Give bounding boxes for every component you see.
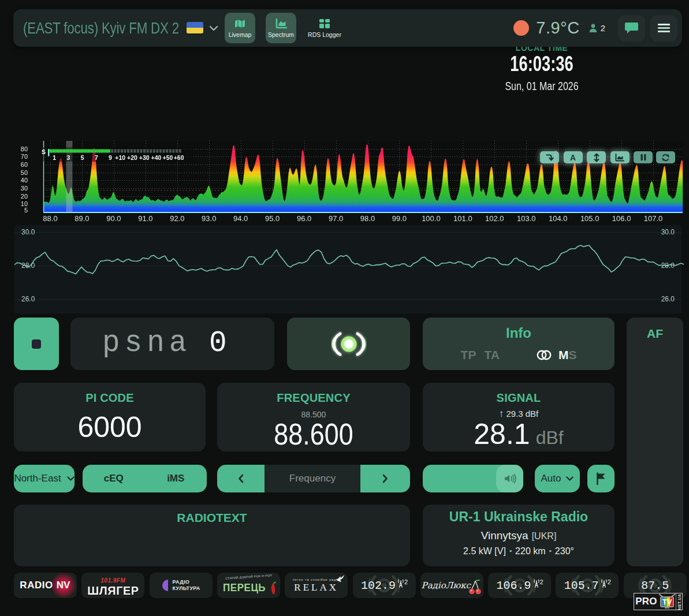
letter-a-icon: A	[570, 154, 576, 162]
station-tile-shlyager[interactable]: 101.9FMШЛЯГЕР	[81, 573, 144, 598]
station-info-panel: UR-1 Ukrainske Radio Vinnytsya[UKR] 2.5 …	[423, 505, 614, 566]
transmitter-count-icon	[600, 579, 608, 588]
tuner-selector[interactable]: (EAST focus) Kyiv FM DX 2	[13, 9, 234, 47]
kultura-line2: КУЛЬТУРА	[173, 585, 200, 591]
weather-widget[interactable]: 7.9°C	[513, 18, 579, 38]
transmitter-count: 2	[404, 578, 408, 585]
station-location: Vinnytsya[UKR]	[423, 529, 614, 542]
signal-history-canvas	[0, 223, 689, 315]
station-tile-frequency: 87.5	[641, 579, 669, 592]
station-tile-radio-nv[interactable]: RADIONV	[14, 573, 77, 598]
graph-style-button[interactable]	[610, 151, 630, 163]
station-tile-106.9[interactable]: 106.92	[488, 573, 551, 598]
user-icon	[589, 23, 599, 33]
nav-livemap-button[interactable]: Livemap	[225, 13, 255, 43]
antenna-select[interactable]: North-East	[14, 465, 75, 492]
station-details: 2.5 kW [V]▪220 km▪230°	[423, 546, 614, 557]
protv-tv-icon: TV	[658, 593, 676, 610]
bullet-separator: ▪	[509, 547, 512, 555]
ms-music-flag: M	[558, 348, 569, 362]
station-tile-relax[interactable]: легке та спокійне радіоRELAX	[285, 573, 348, 598]
signal-unit: dBf	[536, 427, 564, 448]
speaker-icon	[504, 473, 516, 484]
pause-button[interactable]	[634, 151, 653, 163]
flag-icon	[595, 472, 607, 485]
rds-flags-row: TP TA MS	[423, 348, 614, 363]
auto-range-button[interactable]: A	[564, 151, 583, 163]
protv-net-text: NET.UA	[676, 593, 682, 610]
tune-up-button[interactable]	[360, 465, 410, 492]
signal-label: SIGNAL	[423, 391, 614, 405]
bird-icon	[336, 574, 345, 583]
shlyager-fm-text: 101.9FM	[100, 577, 125, 584]
nav-rds-logger-label: RDS Logger	[308, 31, 341, 38]
menu-button[interactable]	[650, 15, 677, 42]
sync-icon	[661, 154, 670, 162]
report-flag-button[interactable]	[587, 465, 614, 492]
scroll-to-peak-button[interactable]	[540, 151, 559, 163]
chart-area-icon	[275, 18, 287, 29]
stop-icon	[32, 339, 41, 349]
hamburger-menu-icon	[657, 23, 671, 33]
transmitter-count-icon	[397, 579, 405, 588]
flag-stripes	[187, 22, 203, 33]
chevron-right-icon	[382, 474, 388, 483]
kultura-text: РАДІОКУЛЬТУРА	[173, 579, 200, 592]
perets-text: ПЕРЕЦЬ	[223, 582, 266, 593]
station-distance: 220 km	[515, 546, 545, 556]
ceq-toggle[interactable]: cEQ	[83, 473, 145, 484]
nv-nv-text: NV	[55, 579, 72, 592]
frequency-input-placeholder: Frequency	[289, 473, 336, 484]
station-tile-lux[interactable]: РадіоЛюкс	[420, 573, 483, 598]
station-tile-kultura[interactable]: РАДІОКУЛЬТУРА	[150, 573, 213, 598]
cherries-icon	[468, 579, 482, 596]
signal-main: 28.1dBf	[423, 417, 614, 451]
chart-area-icon	[615, 154, 624, 162]
nav-spectrum-label: Spectrum	[268, 31, 294, 38]
protv-station-logo: PRO TV NET.UA	[634, 593, 683, 610]
rescan-button[interactable]	[656, 151, 675, 163]
chat-button[interactable]	[618, 15, 645, 42]
transmitter-count-icon	[532, 579, 541, 588]
volume-slider-thumb[interactable]	[496, 465, 523, 492]
chevron-down-icon	[67, 476, 75, 481]
bandwidth-select[interactable]: Auto	[535, 465, 580, 492]
chevron-down-icon	[566, 476, 573, 481]
play-stop-button[interactable]	[14, 318, 59, 370]
vertical-fit-button[interactable]	[587, 151, 606, 163]
pi-code-panel: PI CODE 6000	[14, 383, 206, 451]
broadcast-indicator-panel	[287, 318, 410, 370]
station-power: 2.5 kW [V]	[463, 546, 506, 556]
protv-net-label: NET.UA	[677, 593, 681, 610]
frequency-panel[interactable]: FREQUENCY 88.500 88.600	[217, 383, 410, 451]
radio-nv-logo: RADIONV	[20, 579, 70, 592]
ukraine-flag-icon	[187, 22, 203, 33]
spectrum-graph-canvas[interactable]	[0, 141, 689, 225]
nav-rds-logger-button[interactable]: RDS Logger	[307, 13, 342, 43]
tune-down-button[interactable]	[217, 465, 265, 492]
radiotext-panel: RADIOTEXT	[14, 505, 410, 566]
af-list-label: AF	[627, 327, 683, 341]
frequency-input[interactable]: Frequency	[265, 465, 360, 492]
chevron-left-icon	[238, 474, 244, 483]
info-panel-title: Info	[423, 325, 614, 341]
fmdx-webserver-app: A (EAST focus) Kyiv FM DX 2 Livemap	[0, 0, 689, 616]
nav-spectrum-button[interactable]: Spectrum	[266, 13, 296, 43]
protv-pro-text: PRO	[634, 593, 658, 610]
kultura-icon	[162, 580, 169, 591]
station-tile-frequency: 105.7	[564, 579, 599, 592]
ims-toggle[interactable]: iMS	[145, 473, 207, 484]
station-city: Vinnytsya	[481, 529, 528, 542]
nav-livemap-label: Livemap	[229, 31, 252, 38]
volume-slider[interactable]	[423, 465, 523, 492]
level-down-icon	[545, 153, 554, 162]
station-tile-perets[interactable]: СТАРИЙ ДОБРИЙ РОК-Н-РОЛПЕРЕЦЬ	[217, 573, 280, 598]
station-tile-105.7[interactable]: 105.72	[556, 573, 619, 598]
radio-relax-logo: легке та спокійне радіоRELAX	[293, 578, 340, 593]
station-tile-102.9[interactable]: 102.92	[353, 573, 416, 598]
ps-name-panel: psna 0	[70, 318, 274, 370]
tp-flag: TP	[461, 348, 476, 362]
stereo-icon	[535, 349, 553, 361]
eq-ims-toggle[interactable]: cEQ iMS	[83, 465, 207, 492]
kultura-line1: РАДІО	[173, 579, 189, 585]
